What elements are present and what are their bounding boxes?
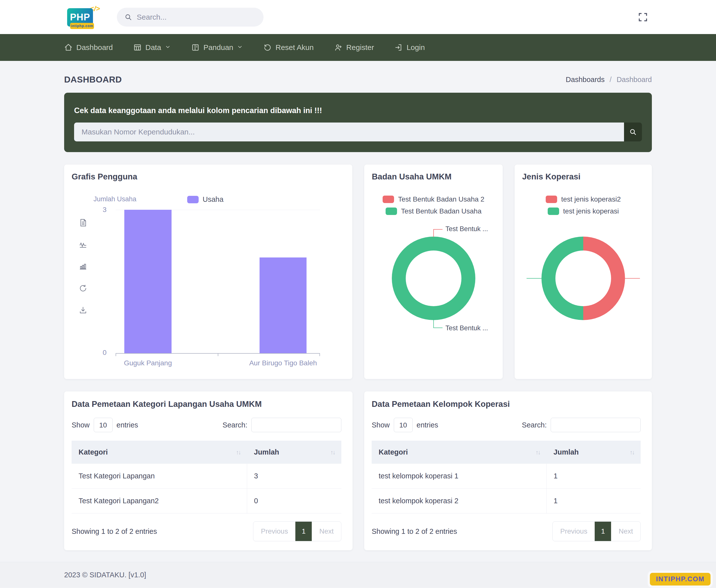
legend-item[interactable]: test jenis koperasi: [548, 207, 619, 215]
donut-hole: [555, 251, 611, 306]
x-axis-tick: [116, 354, 116, 356]
bar-aur-birugo-tigo-baleh[interactable]: [260, 257, 307, 353]
breadcrumb-parent[interactable]: Dashboards: [566, 76, 605, 84]
nav-label: Login: [407, 43, 425, 52]
chevron-down-icon: [165, 43, 171, 52]
donut-hole: [406, 251, 462, 306]
legend-swatch: [548, 208, 559, 215]
download-icon[interactable]: [79, 306, 87, 315]
logo-subtitle: intiphp.com: [70, 23, 94, 29]
global-search[interactable]: [117, 8, 264, 27]
show-label: Show: [372, 421, 390, 429]
pagination: Previous 1 Next: [552, 521, 641, 541]
nav-item-data[interactable]: Data: [133, 43, 171, 52]
nav-item-panduan[interactable]: Panduan: [191, 43, 243, 52]
fullscreen-icon: [637, 12, 648, 23]
table-search-input[interactable]: [551, 418, 641, 432]
sort-icon[interactable]: ↑↓: [236, 449, 240, 456]
donut-legend: test jenis koperasi2 test jenis koperasi: [522, 195, 645, 215]
x-axis-tick: [320, 354, 320, 356]
breadcrumb-separator: /: [610, 76, 612, 84]
bar-guguk-panjang[interactable]: [124, 210, 171, 353]
table-title: Data Pemetaan Kelompok Koperasi: [372, 399, 641, 409]
table-grid-icon: [133, 43, 142, 52]
cell-jumlah: 3: [247, 464, 341, 489]
cell-kategori: Test Kategori Lapangan: [71, 464, 247, 489]
donut-legend: Test Bentuk Badan Usaha 2 Test Bentuk Ba…: [372, 195, 495, 215]
legend-label: Test Bentuk Badan Usaha: [401, 207, 482, 215]
previous-page-button[interactable]: Previous: [553, 522, 595, 541]
nik-search-button[interactable]: [624, 123, 642, 141]
nav-label: Data: [145, 43, 161, 52]
card-title: Grafis Pengguna: [71, 172, 345, 182]
legend-item-usaha[interactable]: Usaha: [187, 195, 224, 204]
sort-icon[interactable]: ↑↓: [330, 449, 335, 456]
next-page-button[interactable]: Next: [312, 522, 341, 541]
x-axis-tick: [218, 354, 218, 356]
legend-swatch: [383, 195, 394, 203]
line-chart-icon[interactable]: [79, 240, 87, 249]
entries-label: entries: [417, 421, 438, 429]
nav-item-dashboard[interactable]: Dashboard: [64, 43, 113, 52]
legend-item[interactable]: test jenis koperasi2: [546, 195, 621, 203]
donut-chart-jenis-koperasi[interactable]: [541, 237, 625, 320]
column-header-kategori[interactable]: Kategori ↑↓: [71, 441, 247, 464]
cell-kategori: test kelompok koperasi 1: [372, 464, 547, 489]
legend-swatch: [386, 208, 397, 215]
legend-item[interactable]: Test Bentuk Badan Usaha 2: [383, 195, 484, 203]
page-title: DASHBOARD: [64, 75, 122, 84]
current-page-button[interactable]: 1: [595, 522, 611, 541]
show-entries-control: Show 10 entries: [71, 418, 138, 432]
bar-chart-icon[interactable]: [79, 262, 87, 271]
breadcrumb: Dashboards / Dashboard: [566, 76, 652, 84]
column-header-kategori[interactable]: Kategori ↑↓: [372, 441, 547, 464]
sort-icon[interactable]: ↑↓: [535, 449, 540, 456]
table-search-control: Search:: [522, 418, 641, 432]
callout-line: [433, 320, 434, 328]
cell-kategori: Test Kategori Lapangan2: [71, 489, 247, 513]
nav-item-login[interactable]: Login: [394, 43, 425, 52]
refresh-icon[interactable]: [79, 284, 87, 293]
card-grafis-pengguna: Grafis Pengguna Jumlah Usaha Usaha 3 0: [64, 165, 352, 379]
legend-label: test jenis koperasi: [563, 207, 619, 215]
breadcrumb-current: Dashboard: [617, 76, 652, 84]
legend-swatch: [187, 196, 199, 203]
current-page-button[interactable]: 1: [295, 522, 312, 541]
nav-label: Panduan: [203, 43, 233, 52]
card-title: Jenis Koperasi: [522, 172, 645, 182]
nav-item-register[interactable]: Register: [334, 43, 374, 52]
next-page-button[interactable]: Next: [611, 522, 640, 541]
table-row: Test Kategori Lapangan2 0: [71, 489, 341, 513]
top-header: </> PHP intiphp.com: [0, 0, 716, 34]
previous-page-button[interactable]: Previous: [253, 522, 295, 541]
donut-chart-badan-usaha[interactable]: Test Bentuk ... Test Bentuk ...: [392, 237, 475, 320]
fullscreen-button[interactable]: [637, 12, 648, 23]
legend-item[interactable]: Test Bentuk Badan Usaha: [386, 207, 482, 215]
nav-item-reset-akun[interactable]: Reset Akun: [263, 43, 313, 52]
callout-label-bottom: Test Bentuk ...: [446, 324, 488, 332]
column-header-jumlah[interactable]: Jumlah ↑↓: [547, 441, 641, 464]
history-reset-icon: [263, 43, 272, 52]
intiphp-badge[interactable]: INTIPHP.COM: [650, 573, 711, 586]
data-view-icon[interactable]: [79, 218, 87, 227]
global-search-input[interactable]: [137, 13, 256, 21]
entries-select[interactable]: 10: [94, 418, 112, 432]
nik-search-input[interactable]: [74, 123, 624, 141]
table-search-control: Search:: [223, 418, 341, 432]
user-plus-icon: [334, 43, 343, 52]
table-row: test kelompok koperasi 1 1: [372, 464, 641, 489]
membership-check-banner: Cek data keanggotaan anda melalui kolom …: [64, 93, 652, 152]
chevron-down-icon: [237, 43, 243, 52]
sort-icon[interactable]: ↑↓: [630, 449, 634, 456]
table-search-input[interactable]: [251, 418, 341, 432]
app-logo[interactable]: </> PHP intiphp.com: [67, 6, 100, 28]
search-icon: [124, 13, 132, 21]
nav-label: Register: [346, 43, 374, 52]
search-label: Search:: [223, 421, 247, 429]
y-tick-max: 3: [103, 206, 107, 214]
search-icon: [629, 128, 637, 136]
table-title: Data Pemetaan Kategori Lapangan Usaha UM…: [71, 399, 341, 409]
entries-select[interactable]: 10: [394, 418, 413, 432]
cell-jumlah: 1: [547, 489, 641, 513]
column-header-jumlah[interactable]: Jumlah ↑↓: [247, 441, 341, 464]
